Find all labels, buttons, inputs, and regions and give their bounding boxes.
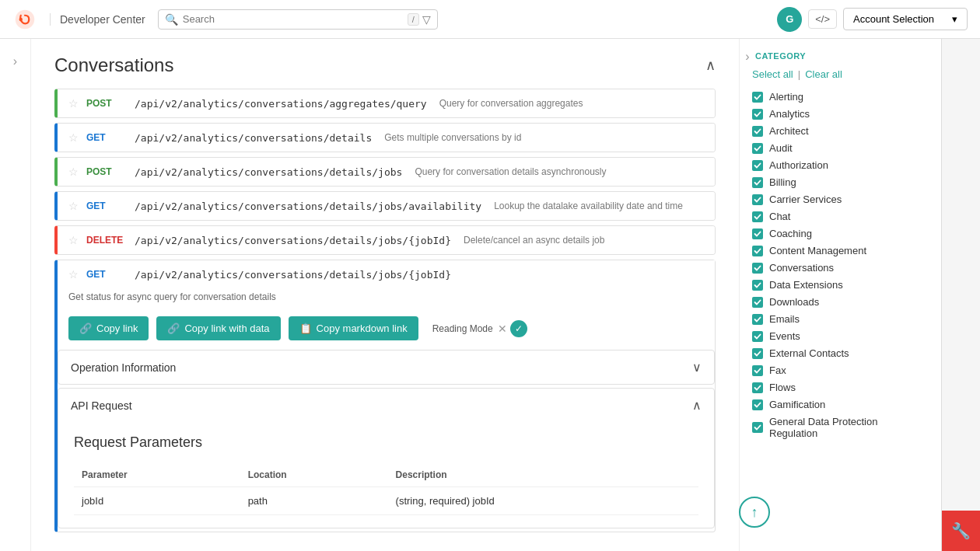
star-button[interactable]: ☆ [68,166,79,178]
col-header-parameter: Parameter [74,463,240,487]
right-sidebar-toggle-button[interactable]: › [745,50,749,64]
category-checkbox[interactable] [752,314,763,325]
select-all-button[interactable]: Select all [752,68,793,80]
category-checkbox[interactable] [752,331,763,342]
category-name: External Contacts [769,347,849,359]
search-input[interactable] [183,13,403,25]
api-row-post-aggregates[interactable]: ☆ POST /api/v2/analytics/conversations/a… [54,89,716,118]
api-row-get-details[interactable]: ☆ GET /api/v2/analytics/conversations/de… [54,123,716,152]
method-badge-delete: DELETE [86,235,127,246]
api-row-header[interactable]: ☆ GET /api/v2/analytics/conversations/de… [58,260,715,288]
api-request-toggle[interactable]: ∧ [692,398,702,413]
category-name: Analytics [769,108,810,120]
category-checkbox[interactable] [752,399,763,410]
collapse-conversations-button[interactable]: ∧ [705,57,716,74]
table-row: jobId path (string, required) jobId [74,487,698,515]
category-checkbox[interactable] [752,422,763,433]
star-button[interactable]: ☆ [68,97,79,110]
api-row-delete-job[interactable]: ☆ DELETE /api/v2/analytics/conversations… [54,225,716,255]
category-name: Data Extensions [769,279,843,291]
category-item: External Contacts [752,347,929,359]
category-checkbox[interactable] [752,246,763,256]
operation-info-header[interactable]: Operation Information ∨ [58,350,714,384]
api-row-header[interactable]: ☆ GET /api/v2/analytics/conversations/de… [58,192,715,220]
category-checkbox[interactable] [752,280,763,291]
api-row-header[interactable]: ☆ DELETE /api/v2/analytics/conversations… [58,226,715,254]
operation-info-toggle[interactable]: ∨ [692,360,702,375]
api-path: /api/v2/analytics/conversations/details/… [135,201,481,212]
category-name: Chat [769,211,790,222]
api-row-header[interactable]: ☆ POST /api/v2/analytics/conversations/d… [58,158,715,186]
category-item: Billing [752,176,929,188]
category-checkbox[interactable] [752,126,763,137]
category-checkbox[interactable] [752,194,763,205]
account-selection-dropdown[interactable]: Account Selection ▾ [843,8,968,30]
category-name: Emails [769,313,800,325]
app-logo [12,7,37,32]
right-tools-panel: 🔧 [941,39,980,551]
category-checkbox[interactable] [752,382,763,393]
api-path: /api/v2/analytics/conversations/details [135,132,372,144]
link-icon: 🔗 [167,323,180,334]
copy-link-button[interactable]: 🔗 Copy link [68,316,149,340]
scroll-to-top-button[interactable]: ↑ [739,497,770,528]
category-checkbox[interactable] [752,92,763,103]
copy-link-with-data-button[interactable]: 🔗 Copy link with data [156,316,280,340]
reading-mode-label: Reading Mode [432,323,493,334]
category-item: Alerting [752,91,929,103]
avatar-button[interactable]: G [777,7,802,32]
star-button[interactable]: ☆ [68,234,79,246]
category-actions: Select all | Clear all [752,68,929,80]
api-row-get-availability[interactable]: ☆ GET /api/v2/analytics/conversations/de… [54,191,716,221]
category-checkbox[interactable] [752,109,763,120]
col-header-description: Description [388,463,698,487]
toggle-on-icon: ✓ [510,320,527,337]
api-description: Gets multiple conversations by id [384,132,521,143]
api-path: /api/v2/analytics/conversations/details/… [135,235,451,246]
category-checkbox[interactable] [752,365,763,376]
category-name: Gamification [769,399,825,410]
left-sidebar-toggle-button[interactable]: › [13,54,17,68]
api-row-post-jobs[interactable]: ☆ POST /api/v2/analytics/conversations/d… [54,157,716,187]
copy-markdown-link-button[interactable]: 📋 Copy markdown link [289,316,418,340]
category-checkbox[interactable] [752,143,763,154]
category-label: CATEGORY [752,51,929,61]
category-item: Data Extensions [752,279,929,291]
code-button[interactable]: </> [808,9,837,29]
category-checkbox[interactable] [752,211,763,222]
category-item: Emails [752,313,929,325]
app-header: Developer Center 🔍 / ▽ G </> Account Sel… [0,0,980,39]
category-name: Architect [769,125,809,137]
category-item: Conversations [752,262,929,274]
search-bar[interactable]: 🔍 / ▽ [158,9,438,30]
reading-mode-toggle[interactable]: ✕ ✓ [498,320,527,337]
category-checkbox[interactable] [752,263,763,274]
svg-point-1 [19,17,23,20]
category-item: Carrier Services [752,194,929,205]
star-button[interactable]: ☆ [68,131,79,144]
category-name: Alerting [769,91,803,103]
category-name: Carrier Services [769,194,842,205]
api-request-section: API Request ∧ Request Parameters Paramet… [58,388,715,528]
api-description: Query for conversation aggregates [439,98,583,109]
api-row-header[interactable]: ☆ POST /api/v2/analytics/conversations/a… [58,89,715,117]
category-checkbox[interactable] [752,297,763,308]
category-checkbox[interactable] [752,228,763,239]
filter-button[interactable]: ▽ [422,13,431,26]
category-name: Coaching [769,228,812,239]
api-row-header[interactable]: ☆ GET /api/v2/analytics/conversations/de… [58,124,715,152]
category-checkbox[interactable] [752,348,763,359]
category-item: Downloads [752,296,929,308]
wrench-panel[interactable]: 🔧 [942,511,981,551]
category-name: General Data Protection Regulation [769,416,929,439]
category-checkbox[interactable] [752,160,763,171]
method-badge-get: GET [86,201,127,211]
star-button[interactable]: ☆ [68,200,79,212]
category-checkbox[interactable] [752,177,763,188]
api-request-header[interactable]: API Request ∧ [58,389,714,422]
clear-all-button[interactable]: Clear all [805,68,842,80]
params-table: Parameter Location Description jobId pat… [74,463,698,515]
category-item: Gamification [752,399,929,410]
category-name: Downloads [769,296,819,308]
star-button[interactable]: ☆ [68,268,79,281]
